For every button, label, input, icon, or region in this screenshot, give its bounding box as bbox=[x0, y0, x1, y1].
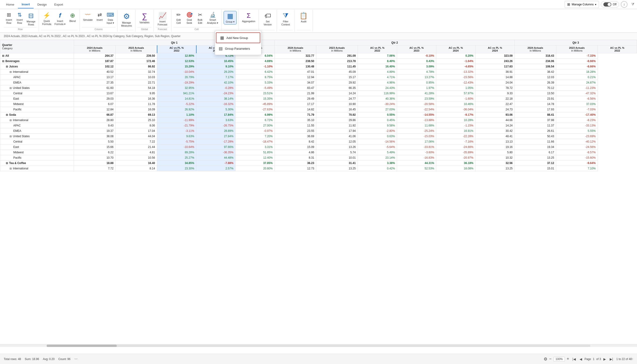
data-cell[interactable]: 45.09 bbox=[316, 69, 358, 75]
data-cell[interactable]: 10.70 bbox=[74, 155, 116, 160]
data-cell[interactable]: -11.23% bbox=[556, 86, 597, 91]
data-cell[interactable]: 17.04 bbox=[116, 128, 157, 134]
data-cell[interactable]: 41.28% bbox=[397, 91, 436, 96]
data-cell[interactable]: 27.84% bbox=[196, 134, 236, 139]
data-cell[interactable]: 14.78 bbox=[515, 102, 556, 107]
data-cell[interactable]: 24.04 bbox=[475, 80, 515, 86]
data-cell[interactable]: -7.16% bbox=[436, 139, 475, 144]
data-cell[interactable]: 1.10% bbox=[157, 112, 196, 118]
data-cell[interactable]: -24.23% bbox=[196, 91, 236, 96]
info-button[interactable]: i bbox=[621, 1, 627, 8]
data-cell[interactable]: 8.40% bbox=[358, 58, 397, 64]
data-cell[interactable]: 5.55% bbox=[556, 128, 597, 134]
filter-context-button[interactable]: ⧩ FilterContext bbox=[279, 11, 293, 27]
data-cell[interactable]: 20.80% bbox=[236, 166, 275, 171]
set-version-button[interactable]: 🏷 SetVersion bbox=[261, 11, 275, 27]
data-cell[interactable]: 239.50 bbox=[116, 53, 157, 58]
manage-rows-button[interactable]: ⊟ ManageRows bbox=[25, 11, 37, 27]
prev-page-button[interactable]: ◀ bbox=[578, 357, 583, 362]
data-cell[interactable]: -33.13% bbox=[556, 123, 597, 128]
data-cell[interactable]: 44.31% bbox=[397, 160, 436, 166]
data-cell[interactable]: 44.48% bbox=[196, 155, 236, 160]
data-cell[interactable]: -0.28% bbox=[196, 86, 236, 91]
data-cell[interactable]: 17.06% bbox=[397, 139, 436, 144]
data-cell[interactable]: 38.42 bbox=[515, 69, 556, 75]
data-cell[interactable]: -22.28% bbox=[436, 134, 475, 139]
data-cell[interactable]: 40.52 bbox=[74, 69, 116, 75]
data-cell[interactable]: 10.45% bbox=[196, 58, 236, 64]
data-cell[interactable]: 27.35 bbox=[74, 80, 116, 86]
data-cell[interactable]: -11.99% bbox=[157, 118, 196, 123]
expand-icon[interactable]: ⊟ bbox=[6, 162, 9, 164]
data-cell[interactable]: 26.39 bbox=[515, 80, 556, 86]
data-cell[interactable]: -8.57% bbox=[556, 150, 597, 155]
data-cell[interactable]: 9.58% bbox=[358, 123, 397, 128]
data-cell[interactable]: -18.47% bbox=[236, 139, 275, 144]
invert-column-button[interactable]: ⇄ Invert bbox=[95, 11, 105, 22]
data-cell[interactable]: 15.01 bbox=[515, 166, 556, 171]
data-cell[interactable]: 3.38% bbox=[358, 160, 397, 166]
data-cell[interactable]: 15.35% bbox=[236, 96, 275, 102]
data-cell[interactable]: 38.08 bbox=[74, 134, 116, 139]
data-cell[interactable]: 23.59% bbox=[397, 96, 436, 102]
data-cell[interactable]: 13.13 bbox=[475, 139, 515, 144]
insert-formula-button[interactable]: f InsertFormula ▾ bbox=[53, 11, 67, 26]
data-cell[interactable]: -1.60% bbox=[436, 96, 475, 102]
data-cell[interactable]: 78.72 bbox=[475, 86, 515, 91]
data-cell[interactable]: 116.99% bbox=[358, 91, 397, 96]
data-cell[interactable]: 11.78 bbox=[116, 102, 157, 107]
data-cell[interactable]: 12.90% bbox=[157, 53, 196, 58]
data-cell[interactable]: -8.66% bbox=[556, 64, 597, 69]
expand-icon[interactable]: ⊟ bbox=[10, 119, 12, 122]
data-cell[interactable]: -9.17% bbox=[436, 112, 475, 118]
data-cell[interactable]: 0.95% bbox=[397, 80, 436, 86]
data-cell[interactable]: -5.64% bbox=[358, 144, 397, 150]
data-cell[interactable]: 9.43 bbox=[74, 123, 116, 128]
data-cell[interactable]: 21.99 bbox=[275, 91, 316, 96]
data-cell[interactable]: 34.07 bbox=[275, 80, 316, 86]
data-cell[interactable]: 28.89% bbox=[196, 128, 236, 134]
data-cell[interactable]: 4.81 bbox=[116, 150, 157, 155]
data-cell[interactable]: 36.23 bbox=[275, 160, 316, 166]
tab-design[interactable]: Design bbox=[34, 1, 51, 8]
data-cell[interactable]: -20.97% bbox=[436, 155, 475, 160]
data-cell[interactable]: -19.29% bbox=[157, 80, 196, 86]
data-cell[interactable]: 14.88 bbox=[475, 75, 515, 80]
data-cell[interactable]: 6.17 bbox=[515, 150, 556, 155]
data-cell[interactable]: 318.43 bbox=[515, 53, 556, 58]
data-cell[interactable]: 32.74 bbox=[116, 69, 157, 75]
data-cell[interactable]: 20.79% bbox=[157, 75, 196, 80]
data-input-button[interactable]: ⌨ DataInput ▾ bbox=[105, 11, 116, 25]
next-page-button[interactable]: ▶ bbox=[602, 357, 607, 362]
data-cell[interactable]: 29.20% bbox=[196, 69, 236, 75]
data-cell[interactable]: -30.24% bbox=[358, 102, 397, 107]
data-cell[interactable]: -5.49% bbox=[236, 86, 275, 91]
data-cell[interactable]: 3.31% bbox=[236, 144, 275, 150]
data-cell[interactable]: 4.89% bbox=[358, 69, 397, 75]
data-cell[interactable]: 37.03% bbox=[556, 102, 597, 107]
data-cell[interactable]: 61.60 bbox=[74, 86, 116, 91]
data-cell[interactable]: -22.54% bbox=[397, 107, 436, 112]
data-cell[interactable]: 27.03% bbox=[358, 107, 397, 112]
tab-export[interactable]: Export bbox=[51, 1, 67, 8]
data-cell[interactable]: 51.85% bbox=[236, 150, 275, 155]
data-cell[interactable]: 38.14% bbox=[196, 96, 236, 102]
data-cell[interactable]: -36.35% bbox=[196, 150, 236, 155]
data-cell[interactable]: -7.03% bbox=[556, 107, 597, 112]
data-cell[interactable]: -40.12% bbox=[556, 139, 597, 144]
data-cell[interactable]: 21.44 bbox=[116, 144, 157, 150]
data-cell[interactable]: -21.79% bbox=[157, 123, 196, 128]
data-cell[interactable]: 0.55% bbox=[358, 112, 397, 118]
data-cell[interactable]: 11.55 bbox=[275, 123, 316, 128]
data-cell[interactable]: 23.30% bbox=[157, 166, 196, 171]
data-cell[interactable]: 10.28% bbox=[436, 118, 475, 123]
data-cell[interactable]: -25.24% bbox=[397, 128, 436, 134]
data-cell[interactable]: 10.03 bbox=[116, 75, 157, 80]
zoom-plus[interactable]: + bbox=[567, 356, 569, 362]
data-cell[interactable]: 17.93 bbox=[515, 107, 556, 112]
data-cell[interactable]: 29.86 bbox=[316, 118, 358, 123]
data-cell[interactable]: 22.47 bbox=[475, 102, 515, 107]
horizontal-scrollbar[interactable] bbox=[0, 344, 637, 347]
data-cell[interactable]: 941.21% bbox=[157, 91, 196, 96]
data-cell[interactable]: -24.56% bbox=[556, 144, 597, 150]
